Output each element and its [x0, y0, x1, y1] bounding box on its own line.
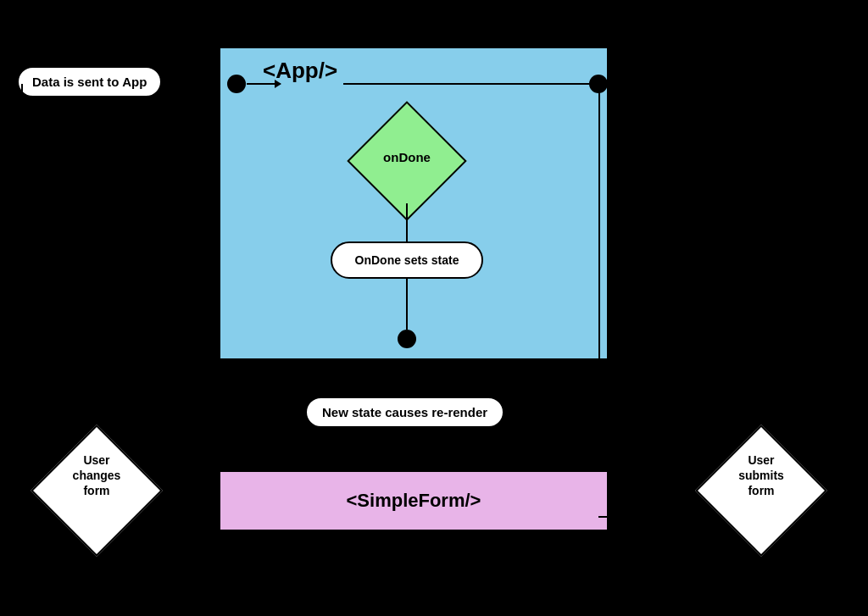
line-right-down — [598, 84, 600, 516]
line-right-ext — [598, 516, 726, 518]
user-submits-diamond — [695, 425, 827, 557]
simpleform-box: <SimpleForm/> — [219, 470, 609, 531]
line-sf-up — [219, 539, 220, 562]
ondone-sets-state-box: OnDone sets state — [331, 241, 483, 279]
circle-bottom — [398, 330, 416, 348]
rerender-label: New state causes re-render — [305, 397, 504, 428]
arrow-entry — [247, 83, 281, 85]
line-left-down — [21, 84, 23, 539]
data-sent-label: Data is sent to App — [17, 66, 162, 97]
line-diamond-to-box — [406, 203, 408, 241]
circle-entry — [227, 75, 246, 93]
line-top — [343, 83, 589, 85]
line-box-to-bottom-circle — [406, 279, 408, 330]
line-uc-to-sf — [143, 539, 219, 541]
diagram-container: Data is sent to App Userchangesform <App… — [0, 0, 868, 616]
line-uc-vertical — [143, 516, 145, 539]
